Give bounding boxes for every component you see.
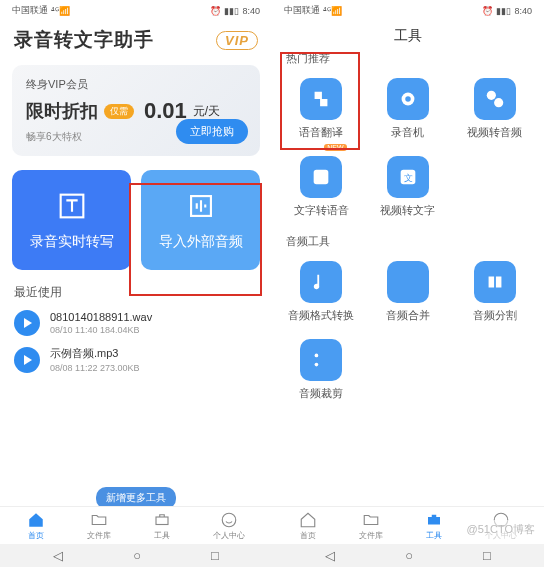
home-icon bbox=[27, 511, 45, 529]
briefcase-icon bbox=[425, 511, 443, 529]
tool-format-convert[interactable]: 音频格式转换 bbox=[278, 253, 365, 331]
tool-voice-translate[interactable]: 语音翻译 bbox=[278, 70, 365, 148]
recent-header: 最近使用 bbox=[0, 276, 272, 305]
home-icon bbox=[299, 511, 317, 529]
tab-profile[interactable]: 个人中心 bbox=[213, 511, 245, 541]
svg-rect-12 bbox=[496, 277, 502, 288]
phone-left: 中国联通⁴ᴳ📶 ⏰▮▮▯8:40 录音转文字助手 VIP 终身VIP会员 限时折… bbox=[0, 0, 272, 567]
svg-point-13 bbox=[315, 363, 319, 367]
svg-point-5 bbox=[405, 96, 411, 102]
status-bar: 中国联通⁴ᴳ📶 ⏰▮▮▯8:40 bbox=[0, 0, 272, 21]
home-soft-icon[interactable]: ○ bbox=[405, 548, 413, 563]
import-audio-card[interactable]: 导入外部音频 bbox=[141, 170, 260, 270]
section-audio: 音频工具 bbox=[272, 230, 544, 249]
buy-now-button[interactable]: 立即抢购 bbox=[176, 119, 248, 144]
tool-video-to-text[interactable]: 文视频转文字 bbox=[365, 148, 452, 226]
tool-merge[interactable]: 音频合并 bbox=[365, 253, 452, 331]
vip-promo-card[interactable]: 终身VIP会员 限时折扣 仅需 0.01 元/天 畅享6大特权 立即抢购 bbox=[12, 65, 260, 156]
tab-home[interactable]: 首页 bbox=[27, 511, 45, 541]
tab-tools[interactable]: 工具 bbox=[153, 511, 171, 541]
tab-home[interactable]: 首页 bbox=[299, 511, 317, 541]
note-icon bbox=[310, 271, 332, 293]
watermark: @51CTO博客 bbox=[463, 520, 539, 539]
svg-rect-8 bbox=[314, 170, 329, 185]
convert-icon bbox=[484, 88, 506, 110]
tts-icon bbox=[310, 166, 332, 188]
text-frame-icon bbox=[55, 189, 89, 223]
play-icon[interactable] bbox=[14, 347, 40, 373]
tool-tts[interactable]: NEW文字转语音 bbox=[278, 148, 365, 226]
svg-point-6 bbox=[486, 91, 495, 100]
record-icon bbox=[397, 88, 419, 110]
phone-right: 中国联通⁴ᴳ📶 ⏰▮▮▯8:40 工具 热门推荐 语音翻译 录音机 视频转音频 … bbox=[272, 0, 544, 567]
android-nav: ◁ ○ □ bbox=[0, 544, 272, 567]
tab-tools[interactable]: 工具 bbox=[425, 511, 443, 541]
tool-recorder[interactable]: 录音机 bbox=[365, 70, 452, 148]
briefcase-icon bbox=[153, 511, 171, 529]
svg-rect-11 bbox=[488, 277, 494, 288]
tab-files[interactable]: 文件库 bbox=[359, 511, 383, 541]
merge-icon bbox=[397, 271, 419, 293]
vtt-icon: 文 bbox=[397, 166, 419, 188]
tool-split[interactable]: 音频分割 bbox=[451, 253, 538, 331]
svg-rect-2 bbox=[156, 517, 168, 525]
recents-icon[interactable]: □ bbox=[211, 548, 219, 563]
tool-video-to-audio[interactable]: 视频转音频 bbox=[451, 70, 538, 148]
svg-point-7 bbox=[494, 98, 503, 107]
translate-icon bbox=[310, 88, 332, 110]
list-item[interactable]: 0810140188911.wav08/10 11:40 184.04KB bbox=[0, 305, 272, 341]
home-soft-icon[interactable]: ○ bbox=[133, 548, 141, 563]
svg-point-14 bbox=[315, 354, 319, 358]
tool-trim[interactable]: 音频裁剪 bbox=[278, 331, 365, 409]
status-bar: 中国联通⁴ᴳ📶 ⏰▮▮▯8:40 bbox=[272, 0, 544, 21]
tab-files[interactable]: 文件库 bbox=[87, 511, 111, 541]
svg-text:文: 文 bbox=[403, 173, 412, 183]
app-title: 录音转文字助手 bbox=[14, 27, 154, 53]
smile-icon bbox=[220, 511, 238, 529]
split-icon bbox=[484, 271, 506, 293]
recents-icon[interactable]: □ bbox=[483, 548, 491, 563]
realtime-transcribe-card[interactable]: 录音实时转写 bbox=[12, 170, 131, 270]
tab-bar: 首页 文件库 工具 个人中心 bbox=[0, 506, 272, 545]
svg-point-3 bbox=[222, 513, 236, 527]
page-title: 工具 bbox=[272, 21, 544, 47]
folder-icon bbox=[90, 511, 108, 529]
vip-badge[interactable]: VIP bbox=[216, 31, 258, 50]
android-nav: ◁ ○ □ bbox=[272, 544, 544, 567]
audio-wave-icon bbox=[184, 189, 218, 223]
list-item[interactable]: 示例音频.mp308/08 11:22 273.00KB bbox=[0, 341, 272, 378]
back-icon[interactable]: ◁ bbox=[53, 548, 63, 563]
back-icon[interactable]: ◁ bbox=[325, 548, 335, 563]
play-icon[interactable] bbox=[14, 310, 40, 336]
folder-icon bbox=[362, 511, 380, 529]
svg-rect-15 bbox=[428, 517, 440, 525]
section-hot: 热门推荐 bbox=[272, 47, 544, 66]
trim-icon bbox=[310, 349, 332, 371]
new-badge: NEW bbox=[324, 144, 346, 151]
